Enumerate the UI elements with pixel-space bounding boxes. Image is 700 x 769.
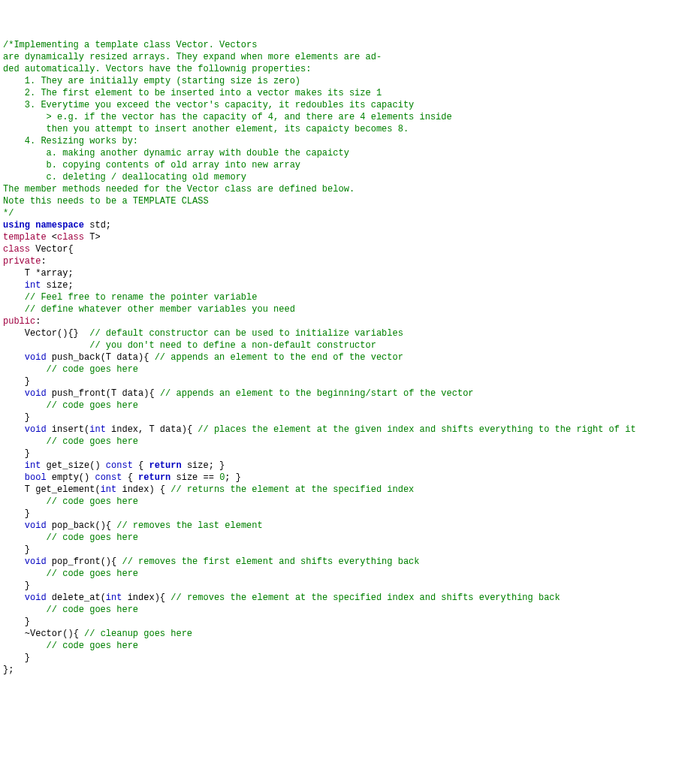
code-token: /*Implementing a template class Vector. … <box>3 40 257 50</box>
code-token: < <box>52 232 57 243</box>
code-token: bool <box>25 472 47 483</box>
code-token: class <box>3 244 30 255</box>
code-token: 4. Resizing works by: <box>3 136 138 146</box>
code-token: The member methods needed for the Vector… <box>3 184 355 195</box>
code-token: empty <box>47 472 79 483</box>
code-line: } <box>3 580 697 592</box>
code-token: index <box>122 593 154 603</box>
code-token: ( <box>106 388 111 399</box>
code-token: ){ <box>182 424 192 435</box>
code-token: 3. Everytime you exceed the vector's cap… <box>3 100 414 110</box>
code-line: // code goes here <box>3 532 697 544</box>
code-token: const <box>106 460 133 471</box>
code-line: int get_size() const { return size; } <box>3 460 697 472</box>
code-token: insert <box>47 424 84 435</box>
code-token: // default constructor can be used to in… <box>89 328 403 339</box>
code-token: } <box>219 460 225 471</box>
code-token: // code goes here <box>47 641 138 651</box>
code-token: int <box>106 593 122 603</box>
code-token <box>122 472 127 483</box>
code-token: () <box>89 460 100 471</box>
code-token: size; <box>41 280 73 291</box>
code-line: // Feel free to rename the pointer varia… <box>3 291 697 303</box>
code-token: Note this needs to be a TEMPLATE CLASS <box>3 196 209 207</box>
code-line: void insert(int index, T data){ // place… <box>3 424 697 436</box>
code-token: // appends an element to the beginning/s… <box>160 388 474 399</box>
code-token <box>3 581 25 591</box>
code-token: return <box>149 460 181 471</box>
code-line: } <box>3 508 697 520</box>
code-token: } <box>236 472 241 483</box>
code-token: b. copying contents of old array into ne… <box>3 160 300 170</box>
code-token: // define whatever other member variable… <box>3 304 295 315</box>
code-token: int <box>89 424 106 435</box>
code-token: ~ <box>25 629 30 639</box>
code-line: // code goes here <box>3 363 697 375</box>
code-token: Vector <box>30 629 62 639</box>
code-token <box>3 520 25 531</box>
code-line: // code goes here <box>3 436 697 448</box>
code-token: // code goes here <box>47 532 138 543</box>
code-line: template <class T> <box>3 231 697 243</box>
code-line: int size; <box>3 279 697 291</box>
code-token: // returns the element at the specified … <box>170 484 414 495</box>
code-token <box>79 629 84 639</box>
code-token <box>3 605 47 615</box>
code-token: // code goes here <box>47 605 138 615</box>
code-token: ){ <box>155 593 165 603</box>
code-token <box>3 448 25 459</box>
code-token <box>3 436 47 447</box>
code-token: // you don't need to define a non-defaul… <box>89 340 376 351</box>
code-token <box>3 593 25 603</box>
code-line: T get_element(int index) { // returns th… <box>3 484 697 496</box>
code-line: are dynamically resized arrays. They exp… <box>3 51 697 63</box>
code-line: } <box>3 544 697 556</box>
code-line: } <box>3 375 697 388</box>
code-token: } <box>25 653 30 663</box>
code-token: ) <box>149 484 154 495</box>
code-block: /*Implementing a template class Vector. … <box>3 39 697 676</box>
code-token: () <box>79 472 89 483</box>
code-line: c. deleting / deallocating old memory <box>3 171 697 183</box>
code-token <box>79 328 89 339</box>
code-token: == <box>204 472 214 483</box>
code-token <box>3 508 25 519</box>
code-line: b. copying contents of old array into ne… <box>3 159 697 171</box>
code-line: // define whatever other member variable… <box>3 303 697 315</box>
code-line: bool empty() const { return size == 0; } <box>3 472 697 484</box>
code-line: 4. Resizing works by: <box>3 135 697 147</box>
code-token: index, T data <box>106 424 182 435</box>
code-line: void pop_front(){ // removes the first e… <box>3 556 697 568</box>
code-line: // you don't need to define a non-defaul… <box>3 339 697 351</box>
code-line: class Vector{ <box>3 243 697 255</box>
code-token <box>3 472 25 483</box>
code-line: > e.g. if the vector has the capacity of… <box>3 111 697 123</box>
code-token: T <box>84 232 95 243</box>
code-token: template <box>3 232 52 243</box>
code-token: void <box>25 593 47 603</box>
code-token <box>3 653 25 663</box>
code-line: Vector(){} // default constructor can be… <box>3 327 697 339</box>
code-token: ( <box>101 352 106 363</box>
code-token: (){} <box>57 328 79 339</box>
code-token: { <box>68 244 73 255</box>
code-token: then you attempt to insert another eleme… <box>3 124 409 134</box>
code-token: } <box>25 581 30 591</box>
code-line: } <box>3 616 697 628</box>
code-token <box>133 460 138 471</box>
code-token: void <box>25 352 47 363</box>
code-line: // code goes here <box>3 400 697 412</box>
code-token: // places the element at the given index… <box>198 424 635 435</box>
code-token: class <box>57 232 84 243</box>
code-line: T *array; <box>3 267 697 279</box>
code-token <box>133 472 138 483</box>
code-token: : <box>41 256 46 267</box>
code-line: Note this needs to be a TEMPLATE CLASS <box>3 195 697 207</box>
code-line: void pop_back(){ // removes the last ele… <box>3 520 697 532</box>
code-token: (){ <box>101 556 117 567</box>
code-token: > e.g. if the vector has the capacity of… <box>3 112 452 122</box>
code-token: }; <box>3 665 14 675</box>
code-token: // code goes here <box>47 496 138 507</box>
code-token: // code goes here <box>47 364 138 375</box>
code-token <box>3 544 25 555</box>
